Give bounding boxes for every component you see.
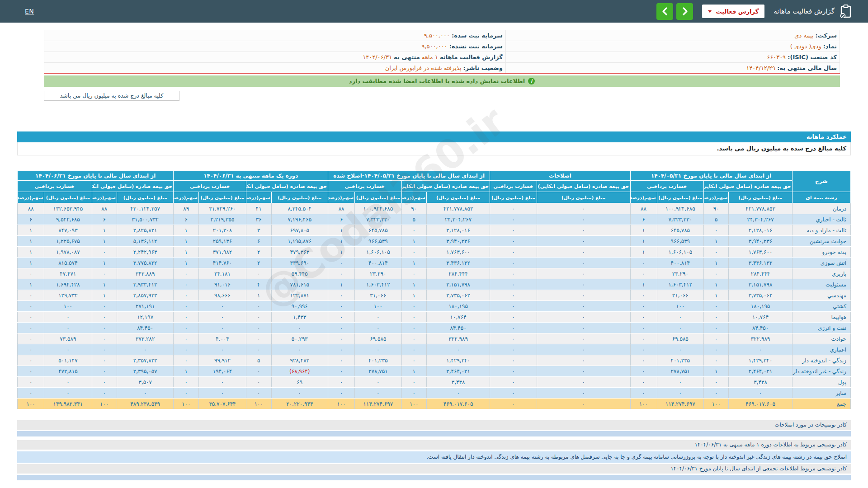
table-cell: ۰ [174, 290, 198, 301]
table-cell: ۰ [490, 268, 537, 279]
table-cell: ۱ [92, 258, 117, 268]
table-cell: ۰ [537, 323, 630, 333]
table-cell: ۱۰۰ [18, 399, 44, 409]
period-note-label: کادر توضیحی مربوط به اطلاعات دوره ۱ ماهه… [17, 440, 851, 450]
table-cell: ۰ [271, 388, 328, 399]
header-claims: خسارت پرداختی [18, 181, 92, 192]
capital-registered-cell: سرمایه ثبت شده: ۹,۵۰۰,۰۰۰ [44, 30, 506, 41]
table-cell: ۰ [92, 377, 117, 388]
chevron-down-icon [708, 10, 712, 13]
fiscal-year-label: سال مالی منتهی به: [777, 65, 837, 71]
company-info-panel: شرکت: بیمه دی سرمایه ثبت شده: ۹,۵۰۰,۰۰۰ … [44, 30, 840, 74]
header-share: سهم(درصد) [630, 192, 657, 203]
company-cell: شرکت: بیمه دی [505, 30, 840, 41]
header-claims: خسارت پرداختی [490, 181, 537, 192]
table-total-row: جمع۴۶۹,۰۱۷,۶۰۵۱۰۰۱۱۴,۲۷۴,۶۹۷۱۰۰۰۰۴۶۹,۰۱۷… [18, 399, 851, 409]
table-cell: ۰ [18, 344, 44, 355]
table-cell: ۳,۸۵۷,۹۳۳ [117, 290, 174, 301]
header-group-ytd-prev-adjusted: از ابتدای سال مالی تا پایان مورخ ۱۴۰۴/۰۵… [328, 171, 490, 181]
chevron-right-button[interactable] [676, 3, 693, 20]
table-cell: ۰ [490, 279, 537, 290]
table-cell: ۱۰۰ [704, 399, 729, 409]
table-cell: ۰ [490, 388, 537, 399]
table-cell: ۱ [704, 236, 729, 247]
table-cell: ۰ [657, 312, 703, 323]
header-share: سهم(درصد) [328, 192, 355, 203]
table-cell: ۶ [328, 214, 355, 225]
info-row: نماد: ودی( ذودی ) سرمایه ثبت نشده: ۹,۵۰۰… [44, 41, 840, 52]
table-cell: ۰ [537, 355, 630, 366]
info-icon: i [528, 78, 535, 84]
report-period-date: ۱۴۰۴/۰۶/۳۱ [363, 54, 392, 61]
table-row: مهندسي۳,۷۳۵,۰۶۲۱۳۱,۰۶۶۰۰۰۳,۷۳۵,۰۶۲۱۳۱,۰۶… [18, 290, 851, 301]
table-cell: ۰ [401, 301, 426, 312]
chevron-left-button[interactable] [656, 3, 673, 20]
table-cell: ۱۰۰ [401, 399, 426, 409]
table-cell: ۰ [18, 290, 44, 301]
signed-data-alert: i اطلاعات نمایش داده شده با اطلاعات امضا… [44, 75, 840, 87]
table-cell: ۳,۴۳۶,۱۳۲ [426, 258, 490, 268]
report-type-dropdown[interactable]: گزارش فعالیت [702, 5, 764, 18]
table-cell: ۴۷,۴۷۱ [44, 268, 92, 279]
table-cell: ۱ [630, 279, 657, 290]
table-cell: ۱ [18, 258, 44, 268]
table-cell: ۵ [246, 355, 271, 366]
table-cell: ۰ [401, 388, 426, 399]
info-row: شرکت: بیمه دی سرمایه ثبت شده: ۹,۵۰۰,۰۰۰ [44, 30, 840, 41]
table-cell: ۵ [704, 214, 729, 225]
table-cell: ۳۱,۷۲۹,۲۶۰ [198, 203, 246, 214]
table-cell: ۳۶ [246, 214, 271, 225]
table-cell: ۰ [198, 388, 246, 399]
header-claims: خسارت پرداختی [328, 181, 401, 192]
table-row: ثالث - مازاد و ديه۲,۱۲۸,۰۱۶۰۶۴۵,۷۸۵۱۰۰۲,… [18, 225, 851, 236]
table-cell: ۱۰۰ [246, 399, 271, 409]
table-cell: ۱ [328, 247, 355, 258]
table-cell: ۸۴۷,۰۹۳ [44, 225, 92, 236]
table-cell: ۰ [490, 399, 537, 409]
table-cell: ۰ [174, 301, 198, 312]
table-cell: ۶۴۵,۷۸۵ [355, 225, 401, 236]
table-cell: ۴ [246, 279, 271, 290]
table-cell: ۲,۳۵۷,۸۲۳ [117, 355, 174, 366]
table-cell: ۹۰ [704, 203, 729, 214]
table-cell: ۴۸۹,۲۳۸,۵۴۹ [117, 399, 174, 409]
table-cell: ۰ [630, 290, 657, 301]
table-cell: ۰ [704, 312, 729, 323]
table-cell: ۳۵,۷۰۷,۶۴۴ [198, 399, 246, 409]
table-cell: ۴۷۲,۸۱۵ [44, 366, 92, 377]
table-cell: ۱ [174, 247, 198, 258]
issuer-status-cell: وضعیت ناشر: پذیرفته شده در فرابورس ایران [44, 63, 506, 74]
table-cell: ۰ [490, 214, 537, 225]
table-cell: ۲۷۸,۷۵۱ [657, 366, 703, 377]
table-cell: ۷,۳۲۳,۳۳۰ [355, 214, 401, 225]
header-premium: حق بیمه صادره (شامل قبولی اتکایی) [246, 181, 328, 192]
table-cell: ۰ [704, 355, 729, 366]
language-switch-link[interactable]: EN [25, 8, 34, 15]
table-cell: ۱ [401, 236, 426, 247]
table-cell: ۰ [630, 344, 657, 355]
table-cell: ۰ [657, 377, 703, 388]
table-cell: ۰ [92, 247, 117, 258]
table-cell: ۰ [92, 312, 117, 323]
table-cell: ۰ [198, 312, 246, 323]
table-cell: ۰ [490, 225, 537, 236]
table-cell: ۳,۵۰۷ [117, 377, 174, 388]
table-cell: ۳۲۲,۹۸۹ [729, 333, 792, 344]
table-cell: ۰ [355, 344, 401, 355]
clipboard-report-icon[interactable] [840, 5, 852, 18]
table-cell: ۰ [704, 388, 729, 399]
header-premium: حق بیمه صادره (شامل قبولی اتکایی) [704, 181, 793, 192]
table-cell: ۳ [246, 225, 271, 236]
company-label: شرکت: [816, 32, 837, 39]
table-cell: ۴,۰۰۴ [198, 333, 246, 344]
table-cell: ۳۷۱,۹۸۲ [198, 247, 246, 258]
table-cell: ۰ [328, 323, 355, 333]
table-cell: ۰ [537, 258, 630, 268]
table-cell: ۴۰۰,۸۱۴ [657, 258, 703, 268]
table-row: پول۳,۴۳۸۰۰۰۰۰۳,۴۳۸۰۰۰۶۹۰۰۰۳,۵۰۷۰۰۰ [18, 377, 851, 388]
table-cell: ۵,۱۳۶,۱۱۲ [117, 236, 174, 247]
header-group-ytd-current: از ابتدای سال مالی تا پایان مورخ ۱۴۰۴/۰۶… [18, 171, 174, 181]
table-cell: ۳۲۲,۹۸۹ [426, 333, 490, 344]
table-cell: ۹۹,۹۱۲ [198, 355, 246, 366]
row-label: حوادث سرنشين [792, 236, 850, 247]
